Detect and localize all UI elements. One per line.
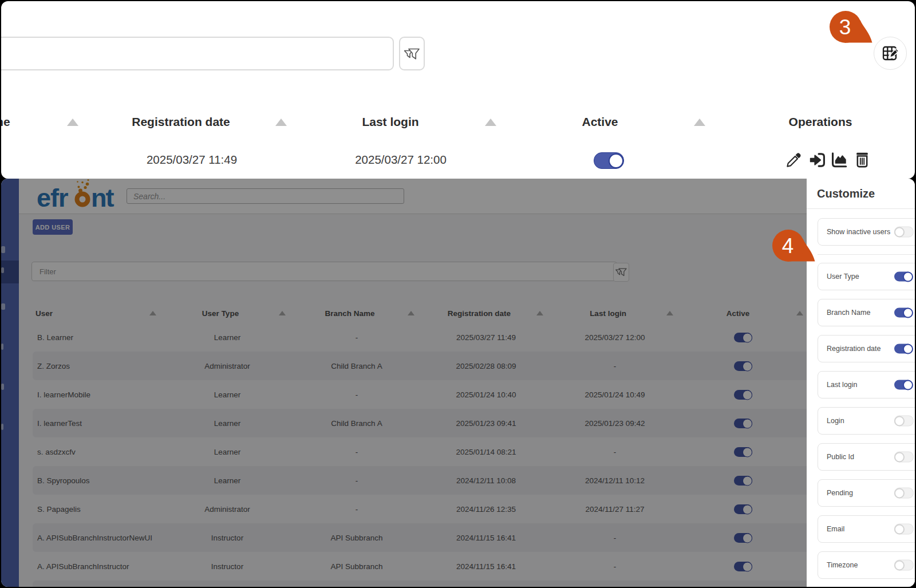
svg-text:4: 4 bbox=[782, 234, 794, 258]
svg-text:3: 3 bbox=[839, 15, 851, 39]
